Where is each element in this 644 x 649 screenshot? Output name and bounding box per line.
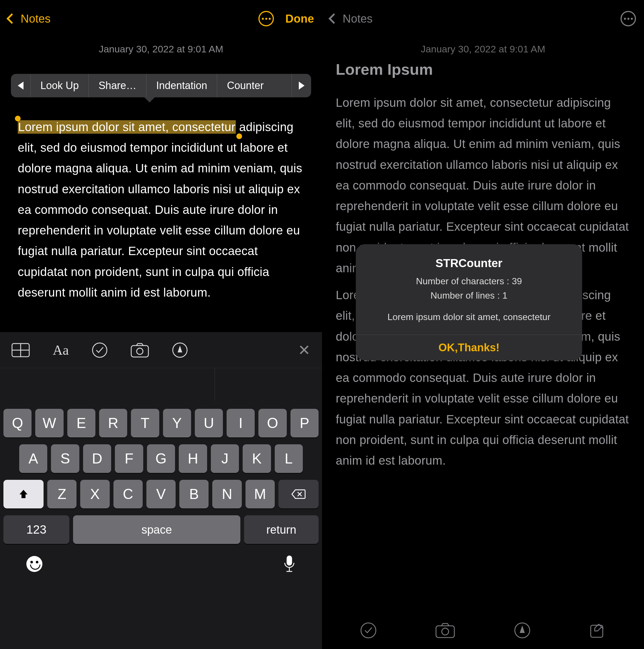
key-l[interactable]: L bbox=[275, 444, 303, 473]
alert-lines-line: Number of lines : 1 bbox=[367, 289, 571, 303]
done-button[interactable]: Done bbox=[285, 12, 314, 25]
note-date: January 30, 2022 at 9:01 AM bbox=[0, 37, 322, 63]
selection-end-handle[interactable] bbox=[236, 133, 242, 139]
svg-point-5 bbox=[137, 348, 143, 354]
keyboard-suggestions bbox=[0, 368, 322, 401]
suggestion-slot[interactable] bbox=[0, 368, 107, 401]
menu-item-lookup[interactable]: Look Up bbox=[30, 74, 88, 97]
suggestion-slot[interactable] bbox=[107, 368, 214, 401]
svg-point-14 bbox=[442, 628, 449, 635]
key-t[interactable]: T bbox=[131, 409, 159, 437]
alert-sample-text: Lorem ipsum dolor sit amet, consectetur bbox=[367, 310, 571, 324]
triangle-right-icon bbox=[299, 82, 305, 90]
alert-title: STRCounter bbox=[367, 257, 571, 270]
compose-icon[interactable] bbox=[589, 622, 606, 639]
nav-bar-left: Notes Done bbox=[0, 0, 322, 37]
keyboard-row-1: Q W E R T Y U I O P bbox=[3, 409, 319, 437]
text-format-icon[interactable]: Aa bbox=[53, 342, 69, 358]
checklist-icon[interactable] bbox=[360, 622, 377, 639]
svg-point-3 bbox=[92, 343, 107, 357]
key-space[interactable]: space bbox=[73, 515, 240, 544]
ellipsis-icon bbox=[624, 18, 633, 20]
back-label: Notes bbox=[21, 12, 51, 25]
key-f[interactable]: F bbox=[115, 444, 143, 473]
key-i[interactable]: I bbox=[227, 409, 255, 437]
selected-text[interactable]: Lorem ipsum dolor sit amet, consectetur bbox=[18, 120, 236, 134]
note-body-text: adipiscing elit, sed do eiusmod tempor i… bbox=[18, 120, 302, 299]
more-button[interactable] bbox=[258, 11, 274, 26]
svg-rect-13 bbox=[436, 626, 454, 638]
svg-rect-9 bbox=[287, 556, 292, 565]
dictation-button[interactable] bbox=[283, 555, 296, 573]
key-o[interactable]: O bbox=[258, 409, 286, 437]
markup-icon[interactable] bbox=[172, 342, 188, 358]
key-r[interactable]: R bbox=[99, 409, 127, 437]
more-button[interactable] bbox=[620, 11, 636, 26]
key-m[interactable]: M bbox=[245, 480, 275, 509]
menu-next-button[interactable] bbox=[292, 74, 311, 97]
camera-icon[interactable] bbox=[435, 622, 455, 638]
key-s[interactable]: S bbox=[51, 444, 79, 473]
note-toolbar bbox=[322, 612, 644, 649]
back-button[interactable]: Notes bbox=[330, 12, 373, 25]
table-icon[interactable] bbox=[11, 343, 30, 357]
markup-icon[interactable] bbox=[514, 622, 531, 639]
right-pane: Notes January 30, 2022 at 9:01 AM Lorem … bbox=[322, 0, 644, 649]
menu-item-share[interactable]: Share… bbox=[88, 74, 146, 97]
key-e[interactable]: E bbox=[67, 409, 95, 437]
key-backspace[interactable] bbox=[278, 480, 319, 509]
strcounter-alert: STRCounter Number of characters : 39 Num… bbox=[356, 244, 582, 360]
svg-rect-4 bbox=[131, 346, 148, 357]
keyboard-bottom-bar bbox=[3, 552, 319, 585]
key-d[interactable]: D bbox=[83, 444, 111, 473]
key-y[interactable]: Y bbox=[163, 409, 191, 437]
key-return[interactable]: return bbox=[244, 515, 319, 544]
menu-prev-button[interactable] bbox=[11, 74, 30, 97]
nav-bar-right: Notes bbox=[322, 0, 644, 37]
emoji-button[interactable] bbox=[26, 556, 42, 572]
key-a[interactable]: A bbox=[19, 444, 47, 473]
key-g[interactable]: G bbox=[147, 444, 175, 473]
key-z[interactable]: Z bbox=[47, 480, 77, 509]
camera-icon[interactable] bbox=[131, 343, 149, 357]
alert-characters-line: Number of characters : 39 bbox=[367, 274, 571, 289]
keyboard-row-4: 123 space return bbox=[3, 515, 319, 544]
key-h[interactable]: H bbox=[179, 444, 207, 473]
suggestion-slot[interactable] bbox=[215, 368, 322, 401]
alert-ok-button[interactable]: OK,Thanks! bbox=[356, 335, 582, 360]
left-pane: Notes Done January 30, 2022 at 9:01 AM L… bbox=[0, 0, 322, 649]
note-body[interactable]: Lorem ipsum dolor sit amet, consectetur … bbox=[18, 117, 304, 303]
key-w[interactable]: W bbox=[35, 409, 63, 437]
svg-point-12 bbox=[361, 623, 376, 638]
keyboard-row-3: Z X C V B N M bbox=[3, 480, 319, 509]
key-p[interactable]: P bbox=[290, 409, 319, 437]
back-button[interactable]: Notes bbox=[8, 12, 51, 25]
note-title: Lorem Ipsum bbox=[322, 60, 644, 86]
shift-icon bbox=[18, 489, 29, 500]
key-b[interactable]: B bbox=[179, 480, 208, 509]
key-v[interactable]: V bbox=[147, 480, 175, 509]
key-u[interactable]: U bbox=[195, 409, 223, 437]
checklist-icon[interactable] bbox=[92, 342, 108, 358]
key-shift[interactable] bbox=[3, 480, 44, 509]
menu-item-indentation[interactable]: Indentation bbox=[146, 74, 217, 97]
key-n[interactable]: N bbox=[212, 480, 241, 509]
chevron-left-icon bbox=[7, 13, 17, 24]
back-label: Notes bbox=[343, 12, 373, 25]
key-c[interactable]: C bbox=[114, 480, 143, 509]
selection-start-handle[interactable] bbox=[15, 116, 21, 121]
triangle-left-icon bbox=[18, 82, 24, 90]
key-x[interactable]: X bbox=[80, 480, 110, 509]
ellipsis-icon bbox=[262, 18, 271, 20]
text-selection-menu: Look Up Share… Indentation Counter bbox=[11, 74, 311, 97]
key-q[interactable]: Q bbox=[3, 409, 32, 437]
chevron-left-icon bbox=[329, 13, 339, 24]
menu-item-counter[interactable]: Counter bbox=[217, 74, 273, 97]
keyboard: Aa ✕ Q W E R T Y U I bbox=[0, 332, 322, 649]
key-j[interactable]: J bbox=[211, 444, 239, 473]
key-k[interactable]: K bbox=[243, 444, 271, 473]
key-numbers[interactable]: 123 bbox=[3, 515, 69, 544]
note-date: January 30, 2022 at 9:01 AM bbox=[322, 37, 644, 60]
backspace-icon bbox=[291, 489, 306, 499]
close-icon[interactable]: ✕ bbox=[298, 342, 311, 359]
